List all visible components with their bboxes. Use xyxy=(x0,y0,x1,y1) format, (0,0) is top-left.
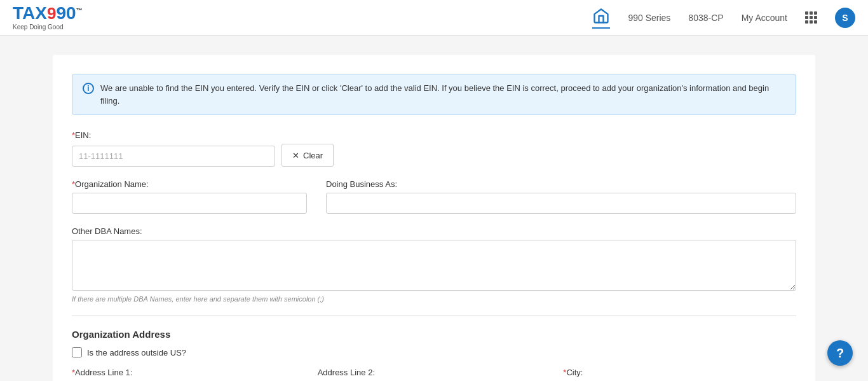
ein-input-wrap xyxy=(72,146,275,167)
logo: TAX990™ Keep Doing Good xyxy=(13,4,83,31)
other-dba-input[interactable] xyxy=(72,240,796,291)
dba-hint: If there are multiple DBA Names, enter h… xyxy=(72,295,796,303)
ein-row: ✕ Clear xyxy=(72,144,796,167)
divider xyxy=(72,315,796,316)
logo-tm: ™ xyxy=(76,7,83,14)
user-avatar[interactable]: S xyxy=(835,8,855,28)
org-name-label: *Organization Name: xyxy=(72,179,307,189)
city-group: *City: xyxy=(563,368,796,381)
ein-input[interactable] xyxy=(72,146,275,167)
logo-nine2: 9 xyxy=(56,3,66,23)
logo-zero: 0 xyxy=(66,3,76,23)
org-dba-row: *Organization Name: Doing Business As: xyxy=(72,179,796,214)
dba-group: Doing Business As: xyxy=(326,179,796,214)
outside-us-label: Is the address outside US? xyxy=(87,348,186,357)
org-address-section: Organization Address Is the address outs… xyxy=(72,329,796,381)
nav-990-series[interactable]: 990 Series xyxy=(628,13,670,23)
logo-nine: 9 xyxy=(47,4,56,23)
header: TAX990™ Keep Doing Good 990 Series 8038-… xyxy=(0,0,868,36)
close-icon: ✕ xyxy=(292,151,299,160)
other-dba-label: Other DBA Names: xyxy=(72,226,796,236)
logo-tax: TAX xyxy=(13,3,47,23)
ein-section: *EIN: ✕ Clear xyxy=(72,130,796,167)
grid-menu-icon[interactable] xyxy=(805,11,817,24)
form-card: i We are unable to find the EIN you ente… xyxy=(53,55,815,381)
outside-us-checkbox[interactable] xyxy=(72,347,82,357)
dba-label: Doing Business As: xyxy=(326,179,796,189)
address-line1-label: *Address Line 1: xyxy=(72,368,305,377)
clear-label: Clear xyxy=(303,151,323,160)
nav-my-account[interactable]: My Account xyxy=(742,13,787,23)
address-row: *Address Line 1: Address Line 2: *City: xyxy=(72,368,796,381)
clear-button[interactable]: ✕ Clear xyxy=(281,144,334,167)
help-button[interactable]: ? xyxy=(827,340,853,366)
ein-label: *EIN: xyxy=(72,130,796,140)
org-name-input[interactable] xyxy=(72,193,307,214)
org-address-title: Organization Address xyxy=(72,329,796,340)
other-dba-section: Other DBA Names: If there are multiple D… xyxy=(72,226,796,303)
nav-8038-cp[interactable]: 8038-CP xyxy=(688,13,723,23)
logo-tagline: Keep Doing Good xyxy=(13,24,64,31)
logo-text: TAX990™ xyxy=(13,4,83,22)
address-line1-group: *Address Line 1: xyxy=(72,368,305,381)
city-label: *City: xyxy=(563,368,796,377)
outside-us-row: Is the address outside US? xyxy=(72,347,796,357)
address-line2-group: Address Line 2: xyxy=(318,368,551,381)
home-nav-button[interactable] xyxy=(592,7,610,29)
main-content: i We are unable to find the EIN you ente… xyxy=(0,36,868,381)
org-name-group: *Organization Name: xyxy=(72,179,307,214)
address-line2-label: Address Line 2: xyxy=(318,368,551,377)
alert-message: We are unable to find the EIN you entere… xyxy=(100,82,785,107)
dba-input[interactable] xyxy=(326,193,796,214)
info-icon: i xyxy=(83,83,94,94)
alert-banner: i We are unable to find the EIN you ente… xyxy=(72,74,796,115)
header-nav: 990 Series 8038-CP My Account S xyxy=(592,7,855,29)
